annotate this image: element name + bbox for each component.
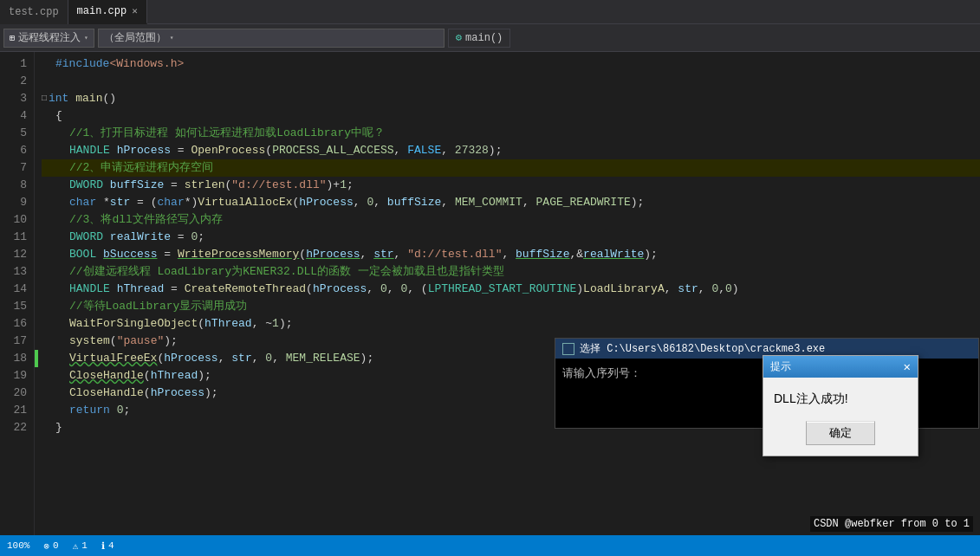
line-num-20: 20 <box>7 385 27 402</box>
line-num-2: 2 <box>7 73 27 90</box>
code-line-12: BOOL bSuccess = WriteProcessMemory(hProc… <box>42 246 980 263</box>
zoom-label: 100% <box>7 540 29 551</box>
line-num-11: 11 <box>7 229 27 246</box>
cmd-prompt: 请输入序列号： <box>562 367 641 380</box>
tab-modified-icon: ✕ <box>132 5 138 16</box>
code-line-14: HANDLE hThread = CreateRemoteThread(hPro… <box>42 281 980 298</box>
line-num-3: 3 <box>7 90 27 107</box>
line-num-9: 9 <box>7 194 27 211</box>
line-num-22: 22 <box>7 419 27 436</box>
line-num-12: 12 <box>7 246 27 263</box>
tab-bar: test.cpp main.cpp ✕ <box>0 0 980 24</box>
code-line-15: //等待LoadLibrary显示调用成功 <box>42 298 980 315</box>
dialog-box: 提示 ✕ DLL注入成功! 确定 <box>763 355 918 456</box>
line-num-6: 6 <box>7 142 27 159</box>
line-num-14: 14 <box>7 281 27 298</box>
warning-count: 1 <box>81 540 88 551</box>
cmd-icon <box>562 343 574 355</box>
line-num-1: 1 <box>7 55 27 73</box>
watermark: CSDN @webfker from 0 to 1 <box>810 516 973 532</box>
code-line-10: //3、将dll文件路径写入内存 <box>42 211 980 229</box>
status-errors: ⊗ 0 <box>43 540 58 552</box>
editor-area: 1 2 3 4 5 6 7 8 9 10 11 12 13 14 15 16 1… <box>0 52 980 535</box>
cmd-title: 选择 C:\Users\86182\Desktop\crackme3.exe <box>580 341 825 356</box>
code-line-8: DWORD buffSize = strlen("d://test.dll")+… <box>42 177 980 194</box>
dialog-ok-button[interactable]: 确定 <box>806 421 875 445</box>
context-dropdown[interactable]: （全局范围） ▾ <box>98 29 445 48</box>
code-line-4: { <box>42 107 980 125</box>
context-arrow-icon: ▾ <box>170 34 174 42</box>
func-label: main() <box>465 32 503 44</box>
error-count: 0 <box>53 540 59 551</box>
code-line-2 <box>42 73 980 90</box>
error-icon: ⊗ <box>43 540 49 552</box>
status-zoom: 100% <box>7 540 29 551</box>
warning-icon: ⚠ <box>73 540 79 552</box>
tab-label: main.cpp <box>77 5 127 17</box>
tab-test-cpp[interactable]: test.cpp <box>0 0 68 24</box>
line-num-15: 15 <box>7 298 27 315</box>
line-num-19: 19 <box>7 367 27 385</box>
code-line-11: DWORD realWrite = 0; <box>42 229 980 246</box>
toolbar: ⊞ 远程线程注入 ▾ （全局范围） ▾ ⚙ main() <box>0 24 980 52</box>
collapse-icon[interactable]: □ <box>42 90 47 107</box>
func-icon: ⚙ <box>456 31 462 44</box>
code-line-6: HANDLE hProcess = OpenProcess(PROCESS_AL… <box>42 142 980 159</box>
code-editor[interactable]: #include<Windows.h> □int main() { //1、打开… <box>35 52 980 535</box>
code-line-3: □int main() <box>42 90 980 107</box>
context-label: （全局范围） <box>104 30 166 45</box>
message-icon: ℹ <box>101 540 105 552</box>
status-messages: ℹ 4 <box>101 540 114 552</box>
dialog-titlebar: 提示 ✕ <box>763 356 918 378</box>
dialog-close-button[interactable]: ✕ <box>904 361 911 373</box>
dialog-message: DLL注入成功! <box>774 391 907 407</box>
scope-arrow-icon: ▾ <box>84 34 88 42</box>
line-num-10: 10 <box>7 211 27 229</box>
line-num-13: 13 <box>7 263 27 281</box>
message-count: 4 <box>108 540 114 551</box>
line-num-18: 18 <box>7 350 27 367</box>
line-num-4: 4 <box>7 107 27 125</box>
line-num-16: 16 <box>7 315 27 333</box>
status-warnings: ⚠ 1 <box>73 540 88 552</box>
func-display: ⚙ main() <box>448 29 510 48</box>
dialog-title: 提示 <box>770 359 791 374</box>
dialog-content: DLL注入成功! 确定 <box>763 378 918 456</box>
scope-label: 远程线程注入 <box>18 30 81 45</box>
code-line-13: //创建远程线程 LoadLibrary为KENER32.DLL的函数 一定会被… <box>42 263 980 281</box>
status-bar: 100% ⊗ 0 ⚠ 1 ℹ 4 <box>0 535 980 556</box>
line-num-8: 8 <box>7 177 27 194</box>
line-num-5: 5 <box>7 125 27 142</box>
line-num-7: 7 <box>7 159 27 177</box>
tab-main-cpp[interactable]: main.cpp ✕ <box>68 0 147 24</box>
code-line-9: char *str = (char*)VirtualAllocEx(hProce… <box>42 194 980 211</box>
code-line-16: WaitForSingleObject(hThread, ~1); <box>42 315 980 333</box>
code-line-5: //1、打开目标进程 如何让远程进程加载LoadLibrary中呢？ <box>42 125 980 142</box>
line-num-17: 17 <box>7 333 27 350</box>
code-line-1: #include<Windows.h> <box>42 55 980 73</box>
line-num-21: 21 <box>7 402 27 419</box>
code-line-7: //2、申请远程进程内存空间 <box>42 159 980 177</box>
scope-dropdown[interactable]: ⊞ 远程线程注入 ▾ <box>3 29 94 48</box>
line-numbers: 1 2 3 4 5 6 7 8 9 10 11 12 13 14 15 16 1… <box>0 52 35 535</box>
tab-label: test.cpp <box>9 6 59 18</box>
